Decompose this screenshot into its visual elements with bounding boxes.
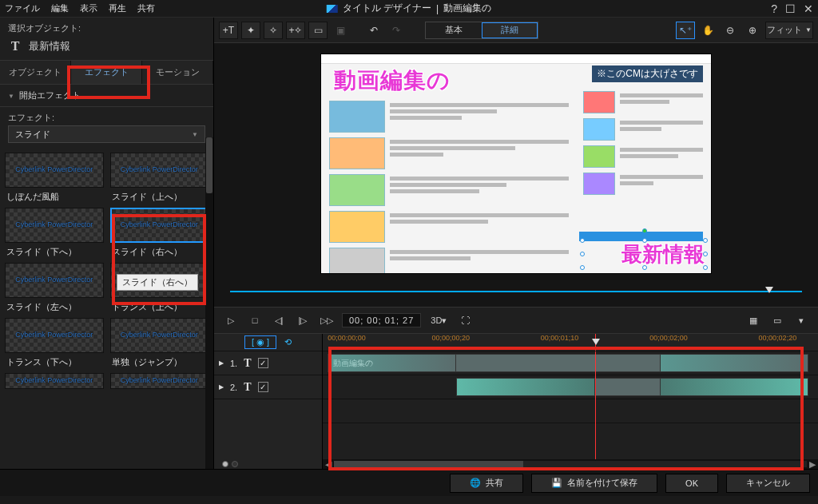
redo-button[interactable]: ↷: [387, 22, 406, 39]
add-text-button[interactable]: +T: [219, 22, 238, 39]
effect-item-slide-left[interactable]: Cyberlink PowerDirector スライド（左へ）: [5, 263, 104, 313]
maximize-icon[interactable]: ☐: [785, 2, 796, 15]
pan-tool-button[interactable]: ✋: [698, 22, 717, 39]
panel-tabs: オブジェクト エフェクト モーション: [0, 61, 213, 85]
timeline-ruler[interactable]: 00;00;00;00 00;00;00;20 00;00;01;10 00;0…: [323, 334, 818, 351]
fullscreen-button[interactable]: ⛶: [456, 312, 474, 328]
timeline-row-empty[interactable]: [323, 399, 818, 423]
text-track-icon: T: [244, 357, 251, 370]
playhead-line[interactable]: [595, 351, 596, 469]
timeline-track-headers: [ ◉ ] ⟲ ▶ 1. T ✓ ▶ 2. T ✓: [214, 334, 323, 469]
scroll-left-icon[interactable]: ◀: [323, 459, 334, 470]
ruler-tick: 00;00;00;20: [431, 334, 470, 342]
stop-button[interactable]: □: [246, 312, 264, 328]
mode-advanced[interactable]: 詳細: [482, 22, 538, 38]
timeline-h-scrollbar[interactable]: ◀ ▶: [323, 459, 818, 469]
save-as-button[interactable]: 💾名前を付けて保存: [531, 474, 657, 493]
playhead[interactable]: [595, 334, 596, 351]
timeline-row-2[interactable]: 最新情報: [323, 375, 818, 399]
effect-item-extra1[interactable]: Cyberlink PowerDirector: [5, 373, 104, 389]
help-icon[interactable]: ?: [771, 2, 777, 15]
safe-zone-button[interactable]: ▭: [768, 312, 786, 328]
clip-2-fx-in[interactable]: [456, 378, 595, 396]
seek-knob[interactable]: [765, 287, 773, 293]
tab-motion[interactable]: モーション: [142, 61, 213, 84]
menu-share[interactable]: 共有: [137, 2, 155, 14]
title-text-1[interactable]: 動画編集の: [334, 65, 451, 96]
layer-button[interactable]: ▣: [331, 22, 350, 39]
cancel-button[interactable]: キャンセル: [726, 474, 810, 493]
clip-1-fx-out[interactable]: [660, 354, 808, 372]
effect-item-slide-right[interactable]: Cyberlink PowerDirector スライド（右へ）: [110, 208, 209, 258]
effect-item-trance-up[interactable]: Cyberlink PowerDirector トランス（上へ）: [110, 263, 209, 313]
timecode-display: 00; 00; 01; 27: [342, 313, 421, 327]
next-frame-button[interactable]: |▷: [294, 312, 312, 328]
title-text-2[interactable]: 最新情報: [621, 240, 705, 268]
add-sparkle-button[interactable]: +✧: [286, 22, 305, 39]
track-expand-icon[interactable]: ▶: [219, 383, 224, 391]
effect-item-extra2[interactable]: Cyberlink PowerDirector: [110, 373, 209, 389]
track-header-2[interactable]: ▶ 2. T ✓: [214, 375, 322, 399]
playhead-knob-icon[interactable]: [592, 339, 600, 345]
preview-panel: +T ✦ ✧ +✧ ▭ ▣ ↶ ↷ 基本 詳細 ↖⁺ ✋ ⊖ ⊕ フィット ▼ …: [214, 18, 818, 469]
play-button[interactable]: ▷: [222, 312, 240, 328]
track-number: 1.: [230, 359, 237, 368]
effect-item-slide-up[interactable]: Cyberlink PowerDirector スライド（上へ）: [110, 153, 209, 203]
three-d-button[interactable]: 3D ▾: [427, 312, 450, 328]
zoom-out-button[interactable]: ⊖: [721, 22, 740, 39]
share-button[interactable]: 🌐共有: [450, 474, 523, 493]
sparkle-button[interactable]: ✧: [264, 22, 283, 39]
effect-grid: Cyberlink PowerDirector しぼんだ風船 Cyberlink…: [0, 149, 213, 469]
scroll-right-icon[interactable]: ▶: [807, 459, 818, 470]
menu-play[interactable]: 再生: [109, 2, 126, 14]
close-icon[interactable]: ✕: [804, 2, 813, 15]
loop-mode-icon[interactable]: ⟲: [284, 337, 292, 347]
effect-item-slide-down[interactable]: Cyberlink PowerDirector スライド（下へ）: [5, 208, 104, 258]
preview-seek-bar[interactable]: [230, 291, 802, 292]
main-menu: ファイル 編集 表示 再生 共有: [5, 2, 155, 14]
timeline-page-dots[interactable]: [222, 461, 238, 467]
watermark-text: Cyberlink PowerDirector: [15, 166, 93, 174]
track-expand-icon[interactable]: ▶: [219, 359, 224, 367]
timeline-row-1[interactable]: 動画編集の: [323, 351, 818, 375]
effect-item-solo-jump[interactable]: Cyberlink PowerDirector 単独（ジャンプ）: [110, 318, 209, 368]
rect-tool-button[interactable]: ▭: [308, 22, 328, 39]
undo-button[interactable]: ↶: [364, 22, 383, 39]
clip-2-fx-out[interactable]: [660, 378, 808, 396]
ok-button[interactable]: OK: [665, 474, 718, 493]
mode-basic[interactable]: 基本: [426, 22, 482, 38]
effect-item-trance-down[interactable]: Cyberlink PowerDirector トランス（下へ）: [5, 318, 104, 368]
move-tool-button[interactable]: ↖⁺: [676, 22, 695, 39]
tab-effect[interactable]: エフェクト: [71, 61, 142, 84]
preview-banner: ※このCMは大げさです: [592, 65, 703, 82]
keyframe-mode-icon[interactable]: [ ◉ ]: [244, 335, 276, 349]
scrollbar-thumb[interactable]: [206, 137, 212, 193]
effect-type-select[interactable]: スライド: [8, 125, 205, 143]
fast-forward-button[interactable]: ▷▷: [318, 312, 336, 328]
preview-toolbar: +T ✦ ✧ +✧ ▭ ▣ ↶ ↷ 基本 詳細 ↖⁺ ✋ ⊖ ⊕ フィット ▼: [214, 18, 818, 43]
preview-canvas[interactable]: 動画編集の ※このCMは大げさです 最新情報: [320, 54, 712, 274]
menu-view[interactable]: 表示: [80, 2, 97, 14]
zoom-in-button[interactable]: ⊕: [743, 22, 762, 39]
grid-toggle-button[interactable]: ▦: [745, 312, 762, 328]
effect-caption: トランス（上へ）: [110, 301, 209, 313]
h-scroll-thumb[interactable]: [334, 461, 523, 467]
effects-scrollbar[interactable]: [205, 137, 213, 469]
track-visible-checkbox[interactable]: ✓: [258, 382, 268, 392]
effect-caption: しぼんだ風船: [5, 191, 104, 203]
text-object-icon: T: [8, 39, 22, 54]
track-visible-checkbox[interactable]: ✓: [258, 358, 268, 368]
prev-frame-button[interactable]: ◁|: [270, 312, 288, 328]
effect-item-balloon[interactable]: Cyberlink PowerDirector しぼんだ風船: [5, 153, 104, 203]
menu-file[interactable]: ファイル: [5, 2, 40, 14]
menu-edit[interactable]: 編集: [51, 2, 69, 14]
fit-select[interactable]: フィット ▼: [765, 22, 813, 39]
start-effect-accordion[interactable]: 開始エフェクト: [0, 85, 213, 107]
tab-object[interactable]: オブジェクト: [0, 61, 71, 84]
timeline-tracks[interactable]: 00;00;00;00 00;00;00;20 00;00;01;10 00;0…: [323, 334, 818, 469]
preview-side-col: [583, 91, 703, 195]
particle-button[interactable]: ✦: [241, 22, 260, 39]
track-header-1[interactable]: ▶ 1. T ✓: [214, 351, 322, 375]
transport-menu[interactable]: ▾: [792, 312, 810, 328]
clip-1-fx-in[interactable]: [328, 354, 456, 372]
